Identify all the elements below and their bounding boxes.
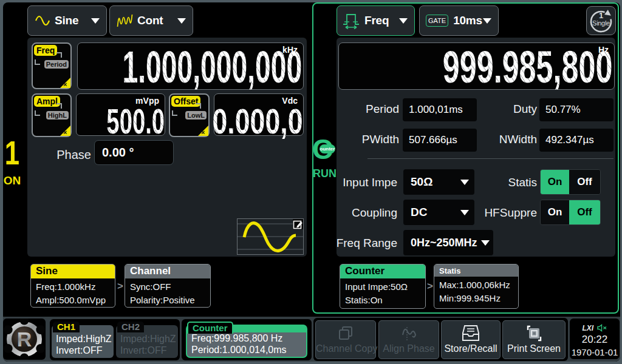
svg-text:R: R — [17, 328, 32, 351]
